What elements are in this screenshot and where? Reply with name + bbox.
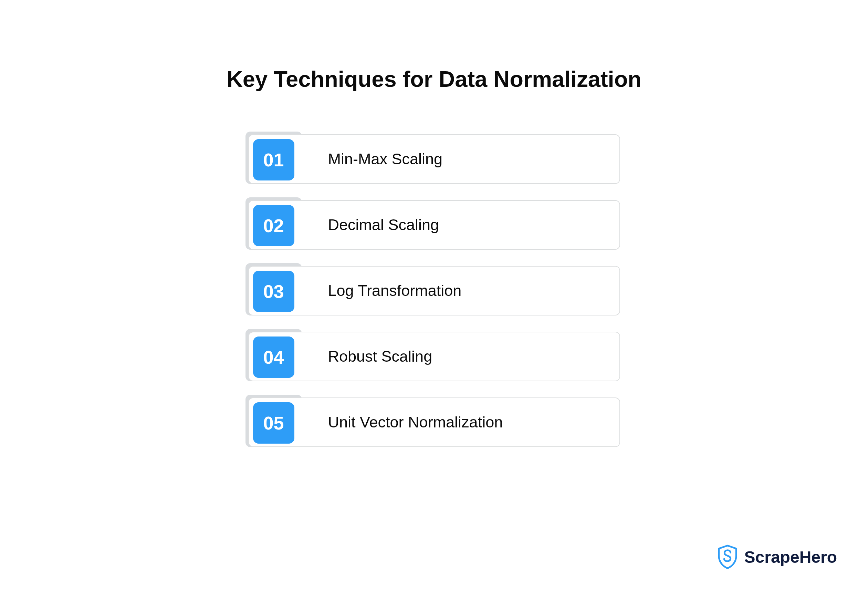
technique-list: 01 Min-Max Scaling 02 Decimal Scaling 03… bbox=[248, 134, 620, 447]
technique-label: Decimal Scaling bbox=[328, 216, 439, 234]
number-badge: 01 bbox=[253, 139, 294, 180]
list-item: 01 Min-Max Scaling bbox=[248, 134, 620, 184]
list-item: 04 Robust Scaling bbox=[248, 332, 620, 381]
technique-label: Min-Max Scaling bbox=[328, 150, 443, 168]
number-badge: 05 bbox=[253, 402, 294, 444]
number-badge: 04 bbox=[253, 337, 294, 378]
list-item-row: 04 Robust Scaling bbox=[248, 332, 620, 381]
shield-s-icon bbox=[717, 544, 738, 569]
brand-name: ScrapeHero bbox=[744, 548, 837, 566]
diagram-title: Key Techniques for Data Normalization bbox=[0, 66, 868, 92]
list-item: 05 Unit Vector Normalization bbox=[248, 398, 620, 447]
technique-label: Log Transformation bbox=[328, 282, 462, 300]
technique-label: Unit Vector Normalization bbox=[328, 413, 503, 431]
list-item-row: 02 Decimal Scaling bbox=[248, 200, 620, 250]
diagram-canvas: Key Techniques for Data Normalization 01… bbox=[0, 0, 868, 590]
brand-logo: ScrapeHero bbox=[717, 544, 837, 569]
list-item: 02 Decimal Scaling bbox=[248, 200, 620, 250]
list-item-row: 01 Min-Max Scaling bbox=[248, 134, 620, 184]
number-badge: 02 bbox=[253, 205, 294, 246]
list-item-row: 05 Unit Vector Normalization bbox=[248, 398, 620, 447]
number-badge: 03 bbox=[253, 271, 294, 312]
list-item: 03 Log Transformation bbox=[248, 266, 620, 315]
technique-label: Robust Scaling bbox=[328, 347, 433, 365]
list-item-row: 03 Log Transformation bbox=[248, 266, 620, 315]
